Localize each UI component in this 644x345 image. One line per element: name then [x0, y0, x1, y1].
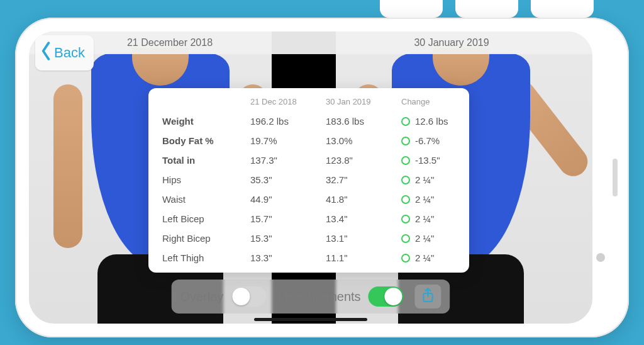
after-value: 13.0%	[323, 131, 399, 150]
bottom-controls: Overlay Measurements	[171, 280, 450, 314]
progress-ring-icon	[401, 137, 410, 145]
back-button[interactable]: Back	[35, 35, 94, 71]
table-row: Left Thigh13.3"11.1"2 ¼"	[160, 248, 458, 268]
measurements-label: Measurements	[277, 290, 360, 304]
after-value: 123.8"	[323, 150, 399, 170]
after-value: 13.4"	[323, 209, 399, 229]
before-value: 13.3"	[248, 248, 323, 268]
after-value: 13.1"	[323, 229, 399, 248]
measurements-table: 21 Dec 2018 30 Jan 2019 Change Weight196…	[160, 94, 458, 268]
progress-ring-icon	[401, 234, 410, 243]
header-before-date: 21 Dec 2018	[248, 94, 323, 111]
metric-label: Right Bicep	[160, 229, 248, 248]
metric-label: Hips	[160, 170, 248, 189]
phone-button	[531, 0, 594, 18]
before-value: 15.7"	[248, 209, 323, 229]
table-row: Weight196.2 lbs183.6 lbs12.6 lbs	[160, 111, 458, 131]
change-value: -6.7%	[399, 131, 458, 150]
after-value: 32.7"	[323, 170, 399, 189]
change-text: -13.5"	[415, 155, 440, 166]
overlay-control: Overlay	[180, 286, 266, 307]
progress-ring-icon	[401, 156, 410, 165]
before-value: 19.7%	[248, 131, 323, 150]
before-value: 196.2 lbs	[248, 111, 323, 131]
after-value: 183.6 lbs	[323, 111, 399, 131]
change-text: -6.7%	[415, 135, 440, 146]
change-value: 12.6 lbs	[399, 111, 458, 131]
after-value: 11.1"	[323, 248, 399, 268]
metric-label: Left Bicep	[160, 209, 248, 229]
progress-ring-icon	[401, 195, 410, 204]
overlay-toggle[interactable]	[231, 286, 266, 307]
measurements-panel: 21 Dec 2018 30 Jan 2019 Change Weight196…	[148, 88, 469, 273]
change-value: 2 ¼"	[399, 209, 458, 229]
change-text: 12.6 lbs	[415, 116, 448, 127]
header-change: Change	[399, 94, 458, 111]
change-text: 2 ¼"	[415, 194, 434, 205]
header-after-date: 30 Jan 2019	[323, 94, 399, 111]
back-button-label: Back	[54, 45, 85, 61]
metric-label: Weight	[160, 111, 248, 131]
phone-button	[455, 0, 518, 18]
header-blank	[160, 94, 248, 111]
change-text: 2 ¼"	[415, 252, 434, 263]
change-value: 2 ¼"	[399, 189, 458, 209]
table-row: Body Fat %19.7%13.0%-6.7%	[160, 131, 458, 150]
home-indicator[interactable]	[254, 318, 367, 321]
metric-label: Left Thigh	[160, 248, 248, 268]
before-value: 15.3"	[248, 229, 323, 248]
measurements-control: Measurements	[277, 286, 403, 307]
metric-label: Body Fat %	[160, 131, 248, 150]
date-header-bar: 21 December 2018 30 January 2019	[29, 31, 592, 54]
after-value: 41.8"	[323, 189, 399, 209]
change-value: 2 ¼"	[399, 170, 458, 189]
change-value: 2 ¼"	[399, 248, 458, 268]
change-text: 2 ¼"	[415, 213, 434, 224]
device-speaker	[613, 159, 618, 196]
change-value: -13.5"	[399, 150, 458, 170]
screen: 21 December 2018 30 January 2019 Back 21…	[29, 31, 592, 324]
table-row: Waist44.9"41.8"2 ¼"	[160, 189, 458, 209]
table-row: Hips35.3"32.7"2 ¼"	[160, 170, 458, 189]
share-button[interactable]	[415, 285, 441, 308]
device-camera	[596, 253, 605, 262]
metric-label: Waist	[160, 189, 248, 209]
progress-ring-icon	[401, 117, 410, 126]
progress-ring-icon	[401, 176, 410, 184]
after-date-label: 30 January 2019	[311, 31, 592, 54]
progress-ring-icon	[401, 215, 410, 223]
overlay-label: Overlay	[180, 290, 223, 304]
chevron-left-icon	[39, 42, 53, 64]
before-value: 44.9"	[248, 189, 323, 209]
share-icon	[422, 288, 435, 305]
phone-physical-buttons	[380, 0, 594, 18]
before-value: 35.3"	[248, 170, 323, 189]
measurements-toggle[interactable]	[369, 286, 404, 307]
table-row: Total in137.3"123.8"-13.5"	[160, 150, 458, 170]
change-text: 2 ¼"	[415, 174, 434, 185]
table-row: Left Bicep15.7"13.4"2 ¼"	[160, 209, 458, 229]
change-text: 2 ¼"	[415, 233, 434, 244]
metric-label: Total in	[160, 150, 248, 170]
phone-button	[380, 0, 443, 18]
before-value: 137.3"	[248, 150, 323, 170]
device-frame: 21 December 2018 30 January 2019 Back 21…	[15, 18, 629, 337]
change-value: 2 ¼"	[399, 229, 458, 248]
table-row: Right Bicep15.3"13.1"2 ¼"	[160, 229, 458, 248]
progress-ring-icon	[401, 254, 410, 263]
